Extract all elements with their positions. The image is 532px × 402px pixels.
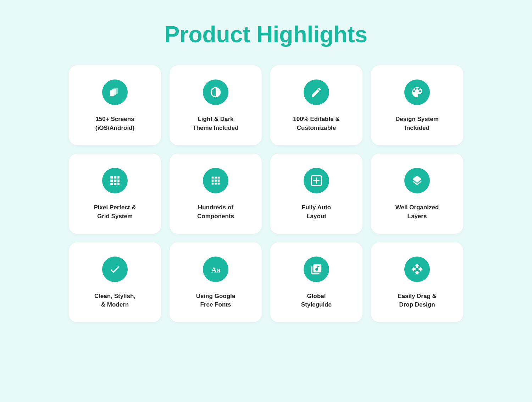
- card-screens: 150+ Screens(iOS/Android): [69, 65, 161, 145]
- card-layers: Well OrganizedLayers: [371, 154, 463, 233]
- card-clean: Clean, Stylish,& Modern: [69, 242, 161, 322]
- card-pixel-perfect-label: Pixel Perfect &Grid System: [94, 203, 136, 221]
- card-screens-label: 150+ Screens(iOS/Android): [95, 115, 134, 132]
- card-fonts-label: Using GoogleFree Fonts: [196, 292, 235, 309]
- card-components: Hundreds ofComponents: [170, 154, 262, 233]
- card-components-label: Hundreds ofComponents: [197, 203, 234, 221]
- components-icon: [203, 168, 228, 193]
- card-styleguide-label: GlobalStyleguide: [301, 292, 332, 309]
- layers-icon: [404, 168, 430, 193]
- page-title: Product Highlights: [165, 21, 367, 48]
- svg-text:Aa: Aa: [211, 265, 220, 274]
- pixel-perfect-icon: [102, 168, 128, 193]
- card-dragdrop: Easily Drag &Drop Design: [371, 242, 463, 322]
- card-design-system: Design SystemIncluded: [371, 65, 463, 145]
- clean-icon: [102, 257, 128, 282]
- auto-layout-icon: [304, 168, 329, 193]
- card-layers-label: Well OrganizedLayers: [395, 203, 439, 221]
- card-design-system-label: Design SystemIncluded: [395, 115, 439, 132]
- card-editable: 100% Editable &Customizable: [270, 65, 362, 145]
- card-editable-label: 100% Editable &Customizable: [293, 115, 339, 132]
- fonts-icon: Aa: [203, 257, 228, 282]
- card-dragdrop-label: Easily Drag &Drop Design: [398, 292, 437, 309]
- design-system-icon: [404, 79, 430, 105]
- screens-icon: [102, 79, 128, 105]
- svg-rect-2: [110, 90, 115, 96]
- card-light-dark: Light & DarkTheme Included: [170, 65, 262, 145]
- highlights-grid: 150+ Screens(iOS/Android) Light & DarkTh…: [69, 65, 463, 322]
- styleguide-icon: [304, 257, 329, 282]
- card-clean-label: Clean, Stylish,& Modern: [94, 292, 135, 309]
- dragdrop-icon: [404, 257, 430, 282]
- card-auto-layout-label: Fully AutoLayout: [302, 203, 331, 221]
- card-fonts: Aa Using GoogleFree Fonts: [170, 242, 262, 322]
- card-styleguide: GlobalStyleguide: [270, 242, 362, 322]
- card-pixel-perfect: Pixel Perfect &Grid System: [69, 154, 161, 233]
- card-light-dark-label: Light & DarkTheme Included: [193, 115, 238, 132]
- editable-icon: [304, 79, 329, 105]
- light-dark-icon: [203, 79, 228, 105]
- card-auto-layout: Fully AutoLayout: [270, 154, 362, 233]
